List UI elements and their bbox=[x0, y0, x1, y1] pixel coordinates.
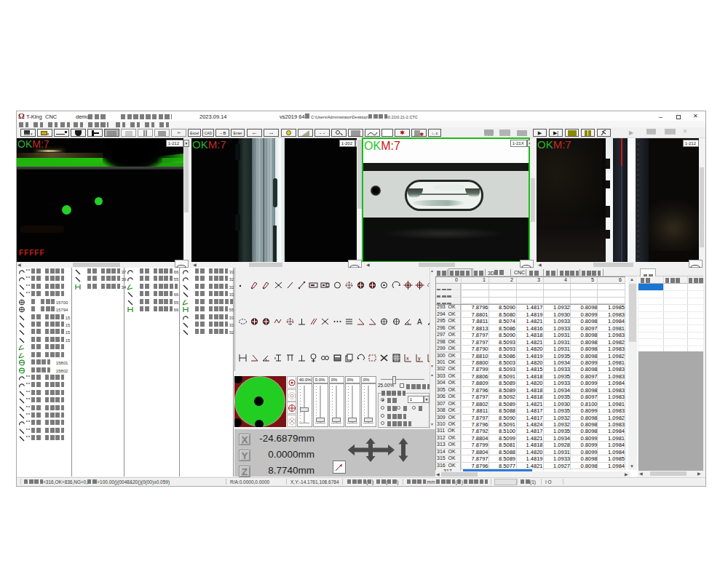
svg-text:y: y bbox=[418, 356, 421, 362]
svg-text:x: x bbox=[406, 356, 409, 361]
svg-text:A: A bbox=[417, 318, 422, 326]
